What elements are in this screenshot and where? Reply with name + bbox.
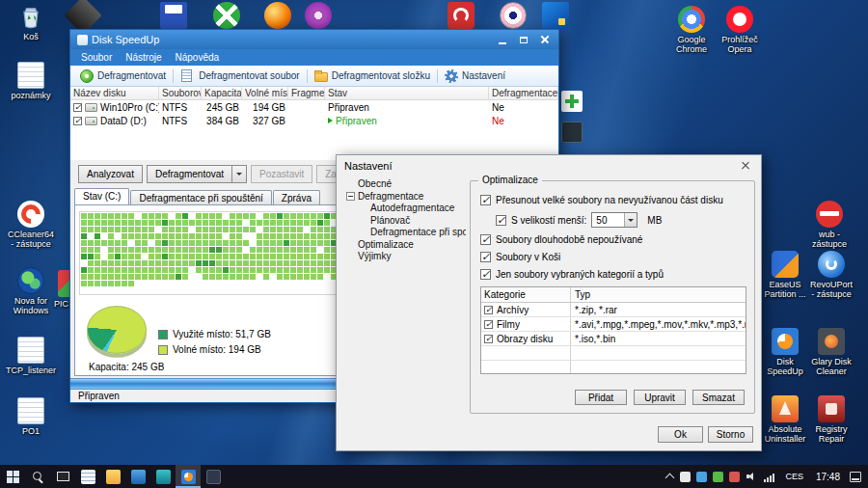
desktop-icon-pdf-reader[interactable] <box>436 2 486 29</box>
taskbar-clock[interactable]: 17:48 <box>812 472 844 482</box>
start-button[interactable] <box>0 465 25 488</box>
col-stav[interactable]: Stav <box>325 87 489 99</box>
category-row-obrazy-disku[interactable]: Obrazy disku *.iso,*.bin <box>481 332 746 346</box>
desktop-icon-blue-app[interactable] <box>530 2 581 29</box>
disk-row-d[interactable]: DataD (D:) NTFS 384 GB 327 GB Připraven … <box>70 114 558 127</box>
col-typ[interactable]: Typ <box>570 287 746 302</box>
recycle-bin-files-checkbox[interactable] <box>480 252 491 262</box>
dialog-close-icon[interactable] <box>730 155 761 176</box>
tab-defragmentace-pri-spousteni[interactable]: Defragmentace při spouštění <box>130 190 271 204</box>
desktop-icon-dark-app[interactable] <box>557 122 586 143</box>
category-row-filmy[interactable]: Filmy *.avi,*.mpg,*.mpeg,*.mov,*.mkv,*.m… <box>481 317 746 332</box>
category-checkbox[interactable] <box>484 335 493 343</box>
col-volne-misto[interactable]: Volné místo <box>242 87 288 99</box>
size-select-dropdown-icon[interactable] <box>624 213 637 227</box>
category-row-archivy[interactable]: Archívy *.zip, *.rar <box>481 303 746 317</box>
desktop-icon-glary[interactable]: Glary Disk Cleaner <box>808 328 854 376</box>
task-view-button[interactable] <box>50 465 75 488</box>
taskbar-app-blue[interactable] <box>125 465 150 488</box>
size-select[interactable]: 50 <box>591 212 637 228</box>
taskbar-app-file-explorer[interactable] <box>100 465 125 488</box>
toolbar-defragment-button[interactable]: Defragmentovat <box>74 67 172 86</box>
add-button[interactable]: Přidat <box>575 390 627 405</box>
collapse-icon[interactable] <box>346 192 355 201</box>
col-fragmentace[interactable]: Fragme... <box>288 87 325 99</box>
menu-soubor[interactable]: Soubor <box>74 52 119 63</box>
defragment-dropdown-button[interactable] <box>232 165 247 183</box>
tray-icon-3[interactable] <box>713 472 723 482</box>
close-button[interactable] <box>534 32 556 47</box>
col-defragmentace[interactable]: Defragmentace... <box>489 87 558 99</box>
taskbar-search-button[interactable] <box>25 465 50 488</box>
tray-icon-4[interactable] <box>729 472 740 482</box>
desktop-icon-absolute-uninstaller[interactable]: Absolute Uninstaller <box>762 395 808 444</box>
desktop-icon-poznamky[interactable]: poznámky <box>6 62 56 100</box>
only-selected-categories-checkbox[interactable] <box>480 269 491 280</box>
desktop-icon-inkscape[interactable] <box>58 2 108 29</box>
language-indicator[interactable]: CES <box>782 472 806 481</box>
tree-item-vyjimky[interactable]: Výjimky <box>344 251 466 263</box>
taskbar-app-teal[interactable] <box>150 465 176 488</box>
dialog-titlebar[interactable]: Nastavení <box>337 155 761 176</box>
col-souborovy-system[interactable]: Souborov... <box>159 87 202 99</box>
desktop-icon-tcp-listener[interactable]: TCP_listener <box>6 337 56 375</box>
hidden-icons-chevron[interactable] <box>665 472 674 481</box>
toolbar-defragment-file-button[interactable]: Defragmentovat soubor <box>175 67 306 86</box>
toolbar-defragment-folder-button[interactable]: Defragmentovat složku <box>309 67 436 86</box>
desktop-icon-disk-speedup[interactable]: Disk SpeedUp <box>762 328 808 376</box>
action-center-icon[interactable] <box>850 472 861 482</box>
desktop-icon-po1[interactable]: PO1 <box>6 397 56 436</box>
delete-button[interactable]: Smazat <box>692 390 745 405</box>
size-less-checkbox[interactable] <box>496 215 506 226</box>
maximize-button[interactable] <box>513 32 534 47</box>
network-icon[interactable] <box>764 472 776 482</box>
disk-checkbox[interactable] <box>73 103 82 112</box>
desktop-icon-purple-app[interactable] <box>293 2 343 29</box>
analyze-button[interactable]: Analyzovat <box>78 165 143 183</box>
desktop-icon-nova[interactable]: Nova for Windows <box>6 267 56 315</box>
disk-row-c[interactable]: Win10Pro (C:) NTFS 245 GB 194 GB Připrav… <box>70 100 558 114</box>
edit-button[interactable]: Upravit <box>634 390 686 405</box>
move-large-files-checkbox[interactable] <box>480 195 491 205</box>
tree-item-defragmentace-pri-spousteni[interactable]: Defragmentace při spouštění <box>344 227 466 239</box>
desktop-icon-green-x-app[interactable] <box>202 2 252 29</box>
menu-napoveda[interactable]: Nápověda <box>169 52 227 63</box>
desktop-icon-registry-repair[interactable]: Registry Repair <box>808 395 854 444</box>
tree-item-autodefragmentace[interactable]: Autodefragmentace <box>344 203 466 215</box>
ok-button[interactable]: Ok <box>658 426 703 443</box>
main-titlebar[interactable]: Disk SpeedUp <box>70 30 558 49</box>
col-nazev-disku[interactable]: Název disku <box>70 87 159 99</box>
tray-icon-1[interactable] <box>680 472 691 482</box>
tree-item-defragmentace[interactable]: Defragmentace <box>344 191 466 203</box>
volume-icon[interactable] <box>746 471 758 482</box>
category-checkbox[interactable] <box>484 320 493 329</box>
col-kapacita[interactable]: Kapacita <box>202 87 242 99</box>
col-kategorie[interactable]: Kategorie <box>481 287 570 302</box>
tree-item-optimalizace[interactable]: Optimalizace <box>344 239 466 252</box>
tree-item-planovac[interactable]: Plánovač <box>344 215 466 228</box>
minimize-button[interactable] <box>492 32 513 47</box>
desktop-icon-opera[interactable]: Prohlížeč Opera <box>716 6 764 54</box>
tab-zprava[interactable]: Zpráva <box>273 190 320 204</box>
desktop-icon-wub[interactable]: wub - zástupce <box>806 201 853 249</box>
desktop-icon-ccleaner[interactable]: CCleaner64 - zástupce <box>6 201 56 249</box>
desktop-icon-green-plus[interactable] <box>557 91 586 112</box>
tree-item-obecne[interactable]: Obecné <box>344 178 466 191</box>
cancel-button[interactable]: Storno <box>708 426 753 443</box>
toolbar-settings-button[interactable]: Nastavení <box>439 67 511 86</box>
defragment-button[interactable]: Defragmentovat <box>147 165 232 183</box>
desktop-icon-floppy-app[interactable] <box>149 2 199 29</box>
long-unused-checkbox[interactable] <box>480 234 491 245</box>
disk-checkbox[interactable] <box>73 117 82 125</box>
menu-nastroje[interactable]: Nástroje <box>119 52 168 63</box>
taskbar-app-disk-speedup[interactable] <box>176 465 201 488</box>
category-checkbox[interactable] <box>484 306 493 314</box>
desktop-icon-chrome[interactable]: Google Chrome <box>667 6 716 54</box>
tab-stav-c[interactable]: Stav (C:) <box>74 188 129 204</box>
desktop-icon-revouport[interactable]: RevoUPort - zástupce <box>808 251 854 299</box>
desktop-icon-easeus[interactable]: EaseUS Partition ... <box>762 251 808 299</box>
tray-icon-2[interactable] <box>696 472 707 482</box>
taskbar-app-dark[interactable] <box>201 465 226 488</box>
pause-button[interactable]: Pozastavit <box>251 165 312 183</box>
desktop-icon-kos[interactable]: Koš <box>6 3 56 41</box>
